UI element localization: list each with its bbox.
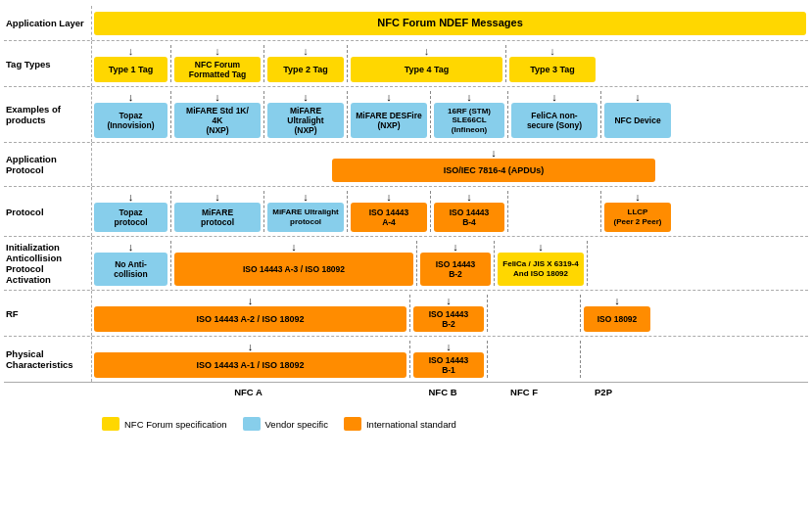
cell-iso14443-b2-init: ISO 14443B-2 bbox=[420, 253, 491, 286]
cell-type3-tag: Type 3 Tag bbox=[509, 57, 596, 82]
cell-nfc-forum-formatted: NFC ForumFormatted Tag bbox=[174, 57, 261, 82]
cell-iso14443-b2-rf: ISO 14443B-2 bbox=[413, 306, 484, 332]
cell-16rf-stm: 16RF (STM)SLE66CL(Infineon) bbox=[434, 103, 504, 138]
cell-type4-tag: Type 4 Tag bbox=[351, 57, 502, 82]
cell-nfc-device: NFC Device bbox=[604, 103, 671, 138]
cell-mifare-ultralight: MiFARE Ultralight(NXP) bbox=[267, 103, 344, 138]
legend-row: NFC Forum specification Vendor specific … bbox=[4, 409, 808, 431]
cell-mifare-std: MiFARE Std 1K/4K(NXP) bbox=[174, 103, 261, 138]
cell-iso14443-a4: ISO 14443A-4 bbox=[351, 203, 427, 232]
legend-nfc-forum-label: NFC Forum specification bbox=[124, 419, 227, 430]
row-application-layer: Application Layer NFC Forum NDEF Message… bbox=[4, 6, 808, 41]
cell-type1-tag: Type 1 Tag bbox=[94, 57, 167, 82]
nfc-b-label: NFC B bbox=[407, 387, 478, 397]
cell-iso14443-a3: ISO 14443 A-3 / ISO 18092 bbox=[174, 253, 413, 286]
cell-iso18092-rf: ISO 18092 bbox=[584, 306, 650, 332]
content-init: ↓ No Anti-collision ↓ ISO 14443 A-3 / IS… bbox=[92, 237, 808, 290]
row-rf: RF ↓ ISO 14443 A-2 / ISO 18092 ↓ ISO 144… bbox=[4, 291, 808, 337]
legend-yellow-box bbox=[102, 417, 119, 431]
cell-mifare-desfire: MiFARE DESFire(NXP) bbox=[351, 103, 427, 138]
cell-no-anticollision: No Anti-collision bbox=[94, 253, 167, 286]
cell-topaz: Topaz(Innovision) bbox=[94, 103, 167, 138]
cell-iso7816: ISO/IEC 7816-4 (APDUs) bbox=[332, 159, 655, 182]
nfc-a-label: NFC A bbox=[92, 387, 405, 397]
content-protocol: ↓ Topazprotocol ↓ MiFAREprotocol ↓ MiFAR… bbox=[92, 187, 808, 236]
label-init: Initialization Anticollision Protocol Ac… bbox=[4, 237, 92, 290]
legend-vendor: Vendor specific bbox=[243, 417, 328, 431]
content-examples: ↓ Topaz(Innovision) ↓ MiFARE Std 1K/4K(N… bbox=[92, 87, 808, 142]
content-tag-types: ↓ Type 1 Tag ↓ NFC ForumFormatted Tag ↓ … bbox=[92, 41, 808, 86]
cell-llcp: LLCP(Peer 2 Peer) bbox=[604, 203, 671, 232]
row-app-protocol: Application Protocol ↓ ISO/IEC 7816-4 (A… bbox=[4, 143, 808, 187]
legend-international: International standard bbox=[344, 417, 456, 431]
cell-topaz-protocol: Topazprotocol bbox=[94, 203, 167, 232]
cell-iso14443-a2: ISO 14443 A-2 / ISO 18092 bbox=[94, 306, 406, 332]
cell-mifare-ul-protocol: MiFARE Ultralightprotocol bbox=[267, 203, 344, 232]
row-protocol: Protocol ↓ Topazprotocol ↓ MiFAREprotoco… bbox=[4, 187, 808, 237]
row-physical: Physical Characteristics ↓ ISO 14443 A-1… bbox=[4, 337, 808, 383]
row-tag-types: Tag Types ↓ Type 1 Tag ↓ NFC ForumFormat… bbox=[4, 41, 808, 87]
cell-type2-tag: Type 2 Tag bbox=[267, 57, 344, 82]
cell-iso14443-a1: ISO 14443 A-1 / ISO 18092 bbox=[94, 352, 406, 378]
nfc-f-label: NFC F bbox=[481, 387, 567, 397]
row-init: Initialization Anticollision Protocol Ac… bbox=[4, 237, 808, 291]
content-rf: ↓ ISO 14443 A-2 / ISO 18092 ↓ ISO 14443B… bbox=[92, 291, 808, 336]
cell-mifare-protocol: MiFAREprotocol bbox=[174, 203, 261, 232]
label-application-layer: Application Layer bbox=[4, 6, 92, 40]
legend-vendor-label: Vendor specific bbox=[265, 419, 328, 430]
label-app-protocol: Application Protocol bbox=[4, 143, 92, 186]
diagram-container: Application Layer NFC Forum NDEF Message… bbox=[0, 0, 812, 440]
cell-iso14443-b1: ISO 14443B-1 bbox=[413, 352, 484, 378]
row-examples: Examples of products ↓ Topaz(Innovision)… bbox=[4, 87, 808, 143]
legend-nfc-forum: NFC Forum specification bbox=[102, 417, 227, 431]
content-application-layer: NFC Forum NDEF Messages bbox=[92, 6, 808, 40]
legend-blue-box bbox=[243, 417, 261, 431]
cell-iso14443-b4: ISO 14443B-4 bbox=[434, 203, 504, 232]
legend-international-label: International standard bbox=[366, 419, 456, 430]
cell-felica: FeliCA non-secure (Sony) bbox=[511, 103, 597, 138]
label-protocol: Protocol bbox=[4, 187, 92, 236]
label-physical: Physical Characteristics bbox=[4, 337, 92, 382]
label-tag-types: Tag Types bbox=[4, 41, 92, 86]
label-examples: Examples of products bbox=[4, 87, 92, 142]
content-physical: ↓ ISO 14443 A-1 / ISO 18092 ↓ ISO 14443B… bbox=[92, 337, 808, 382]
legend-orange-box bbox=[344, 417, 361, 431]
nfc-labels-row: NFC A NFC B NFC F P2P bbox=[4, 387, 808, 397]
p2p-label: P2P bbox=[570, 387, 637, 397]
cell-felica-jis: FeliCa / JIS X 6319-4And ISO 18092 bbox=[498, 253, 584, 286]
label-rf: RF bbox=[4, 291, 92, 336]
content-app-protocol: ↓ ISO/IEC 7816-4 (APDUs) bbox=[92, 143, 808, 186]
cell-ndef-messages: NFC Forum NDEF Messages bbox=[94, 12, 806, 35]
